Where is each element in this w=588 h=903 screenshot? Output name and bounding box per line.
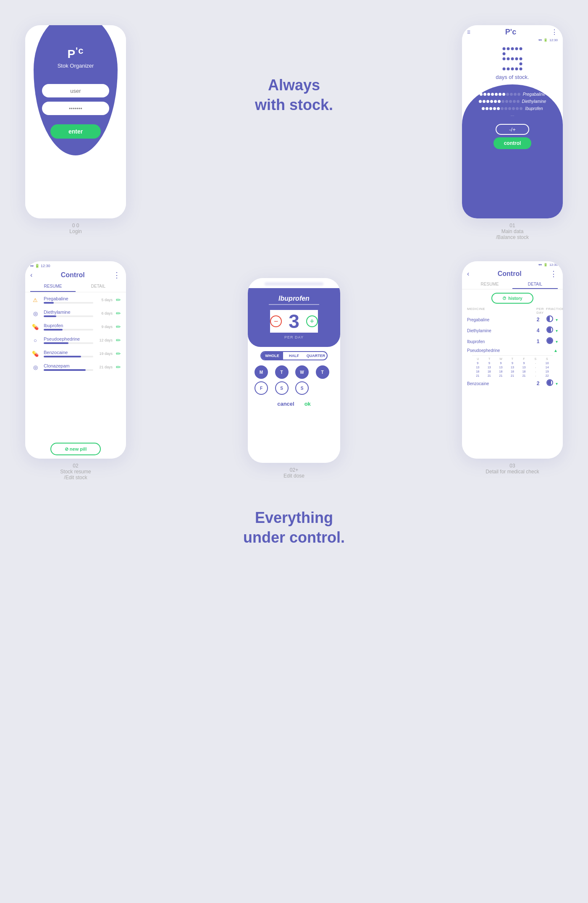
tab-detail-02[interactable]: DETAIL [76, 281, 121, 292]
edit-icon-ibuprofen[interactable]: ✏ [116, 323, 121, 330]
dots-menu-icon[interactable]: ⋮ [551, 28, 558, 36]
svg-point-10 [520, 58, 522, 60]
arrow-pregabaline: ▾ [556, 318, 558, 322]
svg-point-5 [503, 52, 506, 55]
day-sat[interactable]: S [275, 381, 289, 395]
tagline-block-1: Alwayswith stock. [126, 25, 462, 115]
back-icon-03[interactable]: ‹ [467, 270, 469, 278]
list-item: ◎ Diethylamine 6 days ✏ [30, 308, 121, 318]
detail-row-benzocaine: Benzocaine 2 ▾ [467, 379, 558, 388]
calendar-mini: U T W T F S S 9 9 9 [472, 355, 553, 378]
minus-plus-button[interactable]: -/+ [496, 124, 529, 135]
new-pill-button[interactable]: ⊘ new pill [50, 443, 101, 455]
detail-row-ibuprofen: Ibuprofen 1 ▾ [467, 337, 558, 346]
list-item: 💊 Benzocaine 19 days ✏ [30, 349, 121, 359]
edit-icon-clona[interactable]: ✏ [116, 364, 121, 370]
ibuprofen-name: Ibuprofen [525, 106, 543, 111]
tagline-block-2: Everythingunder control. [243, 491, 345, 548]
svg-point-13 [507, 68, 510, 71]
fraction-icon-pregabaline [546, 315, 553, 322]
topbar-02: ‹ Control ⋮ [25, 269, 126, 281]
detail-row-diethylamine: Diethylamine 4 ▾ [467, 326, 558, 335]
svg-point-16 [520, 68, 522, 71]
svg-point-9 [515, 58, 518, 60]
minus-button[interactable]: − [270, 315, 282, 327]
stock-tabs: RESUME DETAIL [25, 281, 126, 292]
svg-point-11 [520, 63, 522, 66]
caption-label-03: Detail for medical check [486, 469, 539, 475]
fraction-icon-benzocaine [546, 379, 553, 386]
time-03: 12:30 [549, 263, 558, 267]
main-controls: -/+ control [494, 124, 531, 149]
screen03-container: ▾▾ 🔋 12:30 ‹ Control ⋮ RESUME DETAIL [462, 261, 563, 475]
svg-point-4 [520, 47, 522, 50]
pill-icon-diethylamine: ◎ [30, 308, 40, 318]
fraction-icon-ibuprofen [546, 337, 553, 344]
hamburger-icon[interactable]: ☰ [467, 30, 470, 34]
password-input[interactable] [42, 102, 109, 115]
ibuprofen-row: Ibuprofen [482, 106, 543, 111]
screen-main: ☰ P'c ⋮ ▾▾ 🔋 12:30 [462, 25, 563, 218]
dots-icon-03[interactable]: ⋮ [550, 269, 558, 278]
detail-table: MEDICINE PER DAY FRACTION Pregabaline 2 … [462, 307, 563, 459]
screen-detail: ▾▾ 🔋 12:30 ‹ Control ⋮ RESUME DETAIL [462, 261, 563, 459]
username-input[interactable] [42, 84, 109, 97]
svg-point-1 [507, 47, 510, 50]
history-button[interactable]: ⏱ history [491, 293, 533, 304]
day-tue[interactable]: T [275, 365, 289, 379]
tab-half[interactable]: HALF [283, 352, 305, 360]
caption-label-02plus: Edit dose [284, 473, 304, 479]
edit-icon-pregabaline[interactable]: ✏ [116, 297, 121, 303]
caption-label-00: Login [69, 228, 81, 234]
day-selector: M T W T F S S [255, 365, 333, 395]
tab-detail-03[interactable]: DETAIL [512, 280, 558, 289]
screen-stock: ▾▾ 🔋 12:30 ‹ Control ⋮ RESUME DETAIL [25, 261, 126, 459]
list-item: ○ Pseudoephedrine 12 days ✏ [30, 335, 121, 345]
medicine-list: ⚠ Pregabaline 5 days ✏ ◎ [25, 292, 126, 440]
fraction-icon-diethylamine [546, 326, 553, 333]
screen02-container: ▾▾ 🔋 12:30 ‹ Control ⋮ RESUME DETAIL [25, 261, 126, 480]
dose-value: 3 [289, 310, 299, 333]
pill-icon-benzo: 💊 [30, 349, 40, 359]
dots-icon-02[interactable]: ⋮ [113, 270, 121, 280]
caption-num-02: 02 [60, 463, 91, 469]
edit-top-area: Ibuprofen − 3 + PER DAY [248, 288, 340, 347]
login-form: enter [42, 84, 109, 139]
diethylamine-row: Diethylamine [479, 99, 546, 104]
day-mon[interactable]: M [255, 365, 268, 379]
detail-row-pregabaline: Pregabaline 2 ▾ [467, 315, 558, 324]
edit-pill-name: Ibuprofen [269, 295, 319, 305]
svg-point-7 [507, 58, 510, 60]
edit-icon-diethylamine[interactable]: ✏ [116, 310, 121, 317]
wifi-icon-02: ▾▾ [30, 264, 34, 268]
day-wed[interactable]: W [295, 365, 309, 379]
enter-button[interactable]: enter [50, 124, 101, 139]
svg-point-15 [515, 68, 518, 71]
tab-quarter[interactable]: QUARTER [305, 352, 327, 360]
days-number-dots [462, 45, 563, 74]
ok-button[interactable]: ok [304, 401, 311, 407]
back-icon-02[interactable]: ‹ [30, 271, 32, 279]
statusbar-02: ▾▾ 🔋 12:30 [25, 261, 126, 269]
cancel-button[interactable]: cancel [277, 401, 294, 407]
detail-tabs: RESUME DETAIL [462, 280, 563, 289]
edit-icon-pseudo[interactable]: ✏ [116, 337, 121, 344]
logo-main: P'c [505, 28, 516, 37]
center-02plus: Ibuprofen − 3 + PER DAY WHOLE HALF QUART [126, 261, 462, 548]
edit-actions: cancel ok [248, 401, 340, 407]
diethylamine-name: Diethylamine [522, 99, 546, 104]
days-of-stock-label: days of stock. [462, 74, 563, 80]
tab-resume-02[interactable]: RESUME [30, 281, 76, 292]
tab-whole[interactable]: WHOLE [261, 352, 283, 360]
pill-icon-clona: ◎ [30, 362, 40, 372]
tab-resume-03[interactable]: RESUME [467, 280, 512, 289]
statusbar-03: ▾▾ 🔋 12:30 [462, 261, 563, 267]
screen-login: P'c Stok Organizer enter [25, 25, 126, 218]
day-fri[interactable]: F [255, 381, 268, 395]
day-thu[interactable]: T [316, 365, 329, 379]
status-icons: ▾▾ 🔋 12:30 [462, 37, 563, 43]
day-sun[interactable]: S [295, 381, 309, 395]
control-button[interactable]: control [494, 137, 531, 149]
plus-button[interactable]: + [306, 315, 318, 327]
edit-icon-benzo[interactable]: ✏ [116, 350, 121, 357]
